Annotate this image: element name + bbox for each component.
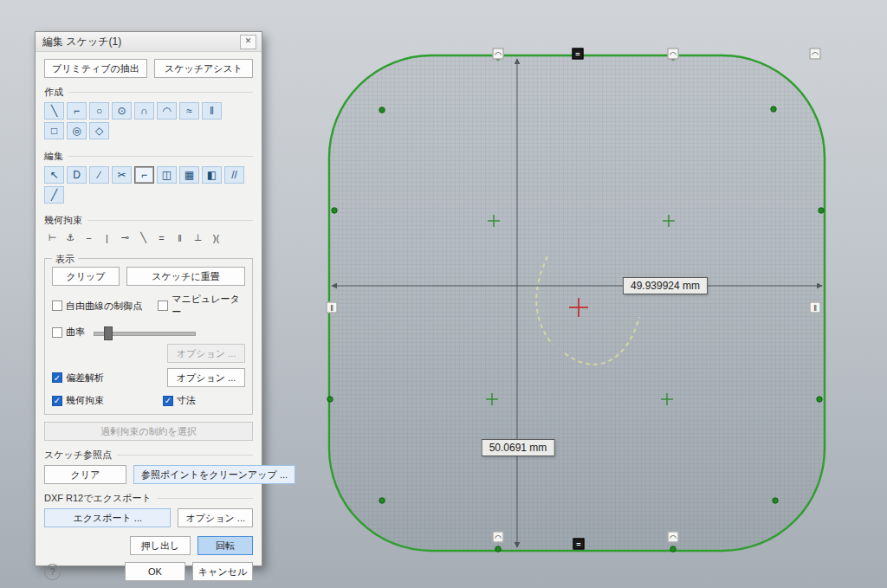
- create-toolbar-row1: ╲⌐○⊙∩◠≈‖: [44, 102, 253, 120]
- constraints-section-label: 幾何拘束: [44, 214, 82, 227]
- display-section-label: 表示: [52, 253, 78, 266]
- checkbox-box: [158, 300, 168, 311]
- parallel-copy-tool-icon[interactable]: //: [224, 166, 244, 184]
- deviation-options-button[interactable]: オプション ...: [167, 368, 245, 387]
- checkbox-manipulator[interactable]: マニピュレーター: [158, 293, 245, 319]
- fillet-tool-icon[interactable]: ⌐: [134, 166, 154, 184]
- vertical-dimension-label[interactable]: 50.0691 mm: [482, 439, 555, 456]
- select-overconstrained-button: 過剰拘束の制約を選択: [44, 422, 253, 441]
- checkbox-geometric-constraints[interactable]: 幾何拘束: [52, 394, 163, 407]
- construction-toggle-tool-icon[interactable]: ╱: [44, 186, 64, 204]
- select-tool-icon[interactable]: ↖: [44, 166, 64, 184]
- anchor-constraint-icon[interactable]: ⚓: [62, 230, 79, 245]
- grid-pattern-tool-icon[interactable]: ▦: [179, 166, 199, 184]
- revolve-button[interactable]: 回転: [197, 536, 253, 555]
- export-button[interactable]: エクスポート ...: [44, 508, 171, 527]
- checkbox-label: 曲率: [66, 326, 85, 339]
- vertical-constraint-icon[interactable]: |: [99, 230, 115, 245]
- tangent-constraint-icon[interactable]: ⊸: [117, 230, 133, 245]
- constraint-badge[interactable]: ◠: [810, 48, 821, 60]
- center-circle-tool-icon[interactable]: ⊙: [112, 102, 132, 120]
- clip-button[interactable]: クリップ: [52, 267, 120, 286]
- dxf-options-button[interactable]: オプション ...: [178, 508, 253, 527]
- circle-tool-icon[interactable]: ○: [89, 102, 109, 120]
- edit-section-label: 編集: [44, 150, 63, 163]
- constraint-badge[interactable]: =: [573, 539, 585, 550]
- checkbox-label: 幾何拘束: [66, 394, 104, 407]
- checkbox-box: [52, 396, 62, 406]
- equal-constraint-icon[interactable]: =: [153, 230, 170, 245]
- construction-line-tool-icon[interactable]: ‖: [202, 102, 222, 120]
- offset-tool-icon[interactable]: D: [67, 166, 87, 184]
- checkbox-deviation-analysis[interactable]: 偏差解析: [52, 372, 104, 384]
- mirror-tool-icon[interactable]: ◧: [202, 166, 222, 184]
- dialog-title: 編集 スケッチ(1): [42, 35, 240, 49]
- three-point-arc-tool-icon[interactable]: ◠: [157, 102, 177, 120]
- constraint-badge[interactable]: ◠: [668, 532, 679, 543]
- cancel-button[interactable]: キャンセル: [192, 562, 253, 581]
- cleanup-reference-points-button[interactable]: 参照ポイントをクリーンアップ ...: [133, 465, 295, 484]
- ellipse-tool-icon[interactable]: ◎: [67, 122, 87, 139]
- edit-sketch-dialog: 編集 スケッチ(1) ✕ プリミティブの抽出 スケッチアシスト 作成 ╲⌐○⊙∩…: [35, 31, 262, 566]
- rectangle-tool-icon[interactable]: □: [44, 122, 64, 139]
- linear-pattern-tool-icon[interactable]: ◫: [157, 166, 177, 184]
- checkbox-box: [52, 300, 62, 311]
- checkbox-box: [163, 396, 173, 406]
- curvature-slider[interactable]: [94, 326, 196, 339]
- constraint-badge[interactable]: ◠: [493, 48, 504, 60]
- constraint-badge[interactable]: ◠: [493, 532, 504, 543]
- clear-button[interactable]: クリア: [44, 465, 126, 484]
- create-section-label: 作成: [44, 86, 63, 99]
- constraint-badge[interactable]: ‖: [810, 302, 821, 313]
- checkbox-label: 偏差解析: [66, 372, 104, 384]
- close-icon[interactable]: ✕: [240, 35, 256, 49]
- reference-section-label: スケッチ参照点: [44, 449, 112, 462]
- display-group: 表示 クリップ スケッチに重畳 自由曲線の制御点 マニピュレーター 曲率: [44, 258, 253, 415]
- split-tool-icon[interactable]: ✂: [112, 166, 132, 184]
- constraint-badge[interactable]: =: [573, 48, 584, 60]
- ok-button[interactable]: OK: [125, 562, 185, 581]
- sketch-assist-button[interactable]: スケッチアシスト: [154, 59, 253, 78]
- checkbox-box: [52, 327, 62, 338]
- horizontal-dimension-label[interactable]: 49.939924 mm: [623, 277, 708, 294]
- curvature-options-button: オプション ...: [167, 344, 245, 363]
- checkbox-dimensions[interactable]: 寸法: [163, 394, 196, 407]
- perpendicular-constraint-icon[interactable]: ⊥: [190, 230, 206, 245]
- spline-tool-icon[interactable]: ≈: [179, 102, 199, 120]
- help-icon[interactable]: ?: [44, 564, 61, 580]
- dialog-titlebar[interactable]: 編集 スケッチ(1) ✕: [36, 32, 262, 52]
- symmetric-constraint-icon[interactable]: )(: [208, 230, 224, 245]
- extrude-button[interactable]: 押し出し: [130, 536, 191, 555]
- checkbox-free-curve-control-points[interactable]: 自由曲線の制御点: [52, 300, 158, 313]
- arc-tool-icon[interactable]: ∩: [134, 102, 154, 120]
- constraint-badge[interactable]: ‖: [327, 302, 338, 313]
- parallel-constraint-icon[interactable]: ‖: [172, 230, 188, 245]
- checkbox-label: マニピュレーター: [172, 293, 245, 319]
- polyline-tool-icon[interactable]: ⌐: [67, 102, 87, 120]
- slider-thumb[interactable]: [104, 326, 113, 340]
- line-tool-icon[interactable]: ╲: [44, 102, 64, 120]
- edit-toolbar-row1: ↖D∕✂⌐◫▦◧//: [44, 166, 253, 184]
- edit-toolbar-row2: ╱: [44, 186, 253, 204]
- create-toolbar-row2: □◎◇: [44, 122, 253, 139]
- collinear-constraint-icon[interactable]: ╲: [135, 230, 152, 245]
- checkbox-curvature[interactable]: 曲率: [52, 326, 85, 339]
- checkbox-label: 寸法: [177, 394, 196, 407]
- coincident-constraint-icon[interactable]: ⊢: [44, 230, 61, 245]
- constraint-toolbar: ⊢⚓−|⊸╲=‖⊥)(: [44, 230, 253, 245]
- trim-tool-icon[interactable]: ∕: [89, 166, 109, 184]
- horizontal-constraint-icon[interactable]: −: [81, 230, 97, 245]
- constraint-badge[interactable]: ◠: [668, 48, 679, 60]
- checkbox-label: 自由曲線の制御点: [66, 300, 142, 313]
- extract-primitives-button[interactable]: プリミティブの抽出: [44, 59, 147, 78]
- checkbox-box: [52, 372, 62, 383]
- polygon-tool-icon[interactable]: ◇: [89, 122, 109, 139]
- overlay-on-sketch-button[interactable]: スケッチに重畳: [126, 267, 245, 286]
- dxf-section-label: DXF R12でエクスポート: [44, 492, 152, 505]
